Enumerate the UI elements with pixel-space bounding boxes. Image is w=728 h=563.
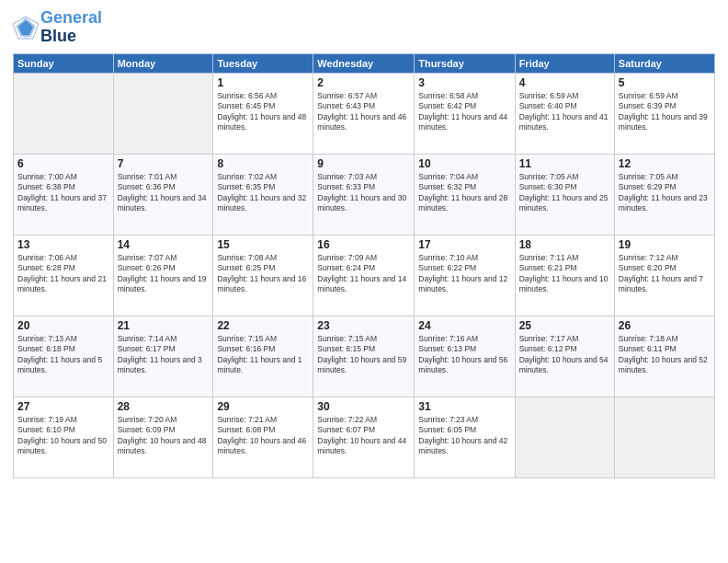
calendar-cell: 26Sunrise: 7:18 AMSunset: 6:11 PMDayligh… bbox=[614, 316, 714, 396]
calendar-cell: 15Sunrise: 7:08 AMSunset: 6:25 PMDayligh… bbox=[213, 235, 313, 316]
calendar-cell bbox=[614, 396, 714, 477]
day-info: Sunrise: 7:15 AMSunset: 6:16 PMDaylight:… bbox=[217, 334, 309, 376]
calendar-week-row: 20Sunrise: 7:13 AMSunset: 6:18 PMDayligh… bbox=[14, 316, 715, 396]
day-info: Sunrise: 7:09 AMSunset: 6:24 PMDaylight:… bbox=[317, 253, 410, 295]
day-info: Sunrise: 7:10 AMSunset: 6:22 PMDaylight:… bbox=[418, 253, 510, 295]
calendar-cell: 14Sunrise: 7:07 AMSunset: 6:26 PMDayligh… bbox=[113, 235, 213, 316]
day-number: 16 bbox=[317, 238, 410, 251]
day-info: Sunrise: 7:12 AMSunset: 6:20 PMDaylight:… bbox=[619, 253, 711, 295]
day-number: 25 bbox=[519, 319, 610, 332]
calendar-cell bbox=[113, 73, 213, 154]
day-number: 3 bbox=[418, 76, 510, 89]
calendar-cell: 8Sunrise: 7:02 AMSunset: 6:35 PMDaylight… bbox=[213, 154, 313, 235]
day-info: Sunrise: 7:18 AMSunset: 6:11 PMDaylight:… bbox=[619, 334, 711, 376]
day-info: Sunrise: 7:00 AMSunset: 6:38 PMDaylight:… bbox=[17, 172, 109, 214]
calendar-week-row: 13Sunrise: 7:06 AMSunset: 6:28 PMDayligh… bbox=[14, 235, 715, 316]
day-number: 21 bbox=[118, 319, 210, 332]
day-info: Sunrise: 7:23 AMSunset: 6:05 PMDaylight:… bbox=[418, 415, 510, 457]
logo-icon bbox=[13, 15, 39, 40]
day-number: 29 bbox=[217, 400, 309, 413]
calendar-cell: 2Sunrise: 6:57 AMSunset: 6:43 PMDaylight… bbox=[313, 73, 415, 154]
col-header-saturday: Saturday bbox=[614, 53, 714, 73]
calendar-cell: 22Sunrise: 7:15 AMSunset: 6:16 PMDayligh… bbox=[213, 316, 313, 396]
calendar-cell: 25Sunrise: 7:17 AMSunset: 6:12 PMDayligh… bbox=[515, 316, 614, 396]
day-number: 8 bbox=[217, 157, 309, 170]
calendar-cell: 13Sunrise: 7:06 AMSunset: 6:28 PMDayligh… bbox=[14, 235, 114, 316]
day-info: Sunrise: 6:58 AMSunset: 6:42 PMDaylight:… bbox=[418, 91, 510, 133]
day-number: 30 bbox=[317, 400, 410, 413]
day-info: Sunrise: 7:16 AMSunset: 6:13 PMDaylight:… bbox=[418, 334, 510, 376]
day-number: 12 bbox=[619, 157, 711, 170]
day-info: Sunrise: 7:11 AMSunset: 6:21 PMDaylight:… bbox=[519, 253, 610, 295]
calendar-cell: 28Sunrise: 7:20 AMSunset: 6:09 PMDayligh… bbox=[113, 396, 213, 477]
calendar-cell: 30Sunrise: 7:22 AMSunset: 6:07 PMDayligh… bbox=[313, 396, 415, 477]
calendar-cell: 9Sunrise: 7:03 AMSunset: 6:33 PMDaylight… bbox=[313, 154, 415, 235]
day-number: 15 bbox=[217, 238, 309, 251]
day-info: Sunrise: 7:19 AMSunset: 6:10 PMDaylight:… bbox=[17, 415, 109, 457]
calendar-cell: 23Sunrise: 7:15 AMSunset: 6:15 PMDayligh… bbox=[313, 316, 415, 396]
calendar-cell: 4Sunrise: 6:59 AMSunset: 6:40 PMDaylight… bbox=[515, 73, 614, 154]
day-info: Sunrise: 7:13 AMSunset: 6:18 PMDaylight:… bbox=[17, 334, 109, 376]
day-number: 31 bbox=[418, 400, 510, 413]
day-number: 19 bbox=[619, 238, 711, 251]
calendar-cell: 1Sunrise: 6:56 AMSunset: 6:45 PMDaylight… bbox=[213, 73, 313, 154]
calendar-week-row: 27Sunrise: 7:19 AMSunset: 6:10 PMDayligh… bbox=[14, 396, 715, 477]
col-header-sunday: Sunday bbox=[14, 53, 114, 73]
logo-text: GeneralBlue bbox=[40, 9, 102, 46]
col-header-tuesday: Tuesday bbox=[213, 53, 313, 73]
calendar-cell bbox=[515, 396, 614, 477]
col-header-thursday: Thursday bbox=[415, 53, 515, 73]
day-info: Sunrise: 7:03 AMSunset: 6:33 PMDaylight:… bbox=[317, 172, 410, 214]
day-info: Sunrise: 7:01 AMSunset: 6:36 PMDaylight:… bbox=[118, 172, 210, 214]
calendar-cell: 10Sunrise: 7:04 AMSunset: 6:32 PMDayligh… bbox=[415, 154, 515, 235]
day-info: Sunrise: 7:08 AMSunset: 6:25 PMDaylight:… bbox=[217, 253, 309, 295]
page: GeneralBlue SundayMondayTuesdayWednesday… bbox=[0, 0, 728, 563]
calendar-cell bbox=[14, 73, 114, 154]
day-number: 14 bbox=[118, 238, 210, 251]
day-number: 18 bbox=[519, 238, 610, 251]
day-number: 17 bbox=[418, 238, 510, 251]
day-info: Sunrise: 6:59 AMSunset: 6:40 PMDaylight:… bbox=[519, 91, 610, 133]
day-number: 1 bbox=[217, 76, 309, 89]
calendar-cell: 5Sunrise: 6:59 AMSunset: 6:39 PMDaylight… bbox=[614, 73, 714, 154]
day-info: Sunrise: 7:05 AMSunset: 6:30 PMDaylight:… bbox=[519, 172, 610, 214]
day-number: 7 bbox=[118, 157, 210, 170]
calendar-cell: 29Sunrise: 7:21 AMSunset: 6:08 PMDayligh… bbox=[213, 396, 313, 477]
calendar-table: SundayMondayTuesdayWednesdayThursdayFrid… bbox=[13, 53, 715, 478]
day-info: Sunrise: 6:59 AMSunset: 6:39 PMDaylight:… bbox=[619, 91, 711, 133]
calendar-cell: 11Sunrise: 7:05 AMSunset: 6:30 PMDayligh… bbox=[515, 154, 614, 235]
day-info: Sunrise: 7:20 AMSunset: 6:09 PMDaylight:… bbox=[118, 415, 210, 457]
day-info: Sunrise: 7:17 AMSunset: 6:12 PMDaylight:… bbox=[519, 334, 610, 376]
day-number: 4 bbox=[519, 76, 610, 89]
day-number: 26 bbox=[619, 319, 711, 332]
day-number: 23 bbox=[317, 319, 410, 332]
calendar-cell: 20Sunrise: 7:13 AMSunset: 6:18 PMDayligh… bbox=[14, 316, 114, 396]
calendar-cell: 12Sunrise: 7:05 AMSunset: 6:29 PMDayligh… bbox=[614, 154, 714, 235]
day-info: Sunrise: 7:07 AMSunset: 6:26 PMDaylight:… bbox=[118, 253, 210, 295]
calendar-cell: 21Sunrise: 7:14 AMSunset: 6:17 PMDayligh… bbox=[113, 316, 213, 396]
logo: GeneralBlue bbox=[13, 9, 102, 46]
calendar-cell: 16Sunrise: 7:09 AMSunset: 6:24 PMDayligh… bbox=[313, 235, 415, 316]
header: GeneralBlue bbox=[13, 9, 715, 46]
day-number: 2 bbox=[317, 76, 410, 89]
day-number: 6 bbox=[17, 157, 109, 170]
calendar-header-row: SundayMondayTuesdayWednesdayThursdayFrid… bbox=[14, 53, 715, 73]
day-info: Sunrise: 7:15 AMSunset: 6:15 PMDaylight:… bbox=[317, 334, 410, 376]
day-info: Sunrise: 7:04 AMSunset: 6:32 PMDaylight:… bbox=[418, 172, 510, 214]
day-number: 9 bbox=[317, 157, 410, 170]
calendar-cell: 6Sunrise: 7:00 AMSunset: 6:38 PMDaylight… bbox=[14, 154, 114, 235]
day-info: Sunrise: 6:57 AMSunset: 6:43 PMDaylight:… bbox=[317, 91, 410, 133]
day-info: Sunrise: 7:06 AMSunset: 6:28 PMDaylight:… bbox=[17, 253, 109, 295]
calendar-cell: 19Sunrise: 7:12 AMSunset: 6:20 PMDayligh… bbox=[614, 235, 714, 316]
calendar-cell: 17Sunrise: 7:10 AMSunset: 6:22 PMDayligh… bbox=[415, 235, 515, 316]
day-number: 5 bbox=[619, 76, 711, 89]
col-header-wednesday: Wednesday bbox=[313, 53, 415, 73]
calendar-week-row: 6Sunrise: 7:00 AMSunset: 6:38 PMDaylight… bbox=[14, 154, 715, 235]
day-info: Sunrise: 6:56 AMSunset: 6:45 PMDaylight:… bbox=[217, 91, 309, 133]
day-number: 22 bbox=[217, 319, 309, 332]
day-info: Sunrise: 7:05 AMSunset: 6:29 PMDaylight:… bbox=[619, 172, 711, 214]
day-number: 28 bbox=[118, 400, 210, 413]
day-number: 11 bbox=[519, 157, 610, 170]
day-number: 13 bbox=[17, 238, 109, 251]
col-header-friday: Friday bbox=[515, 53, 614, 73]
